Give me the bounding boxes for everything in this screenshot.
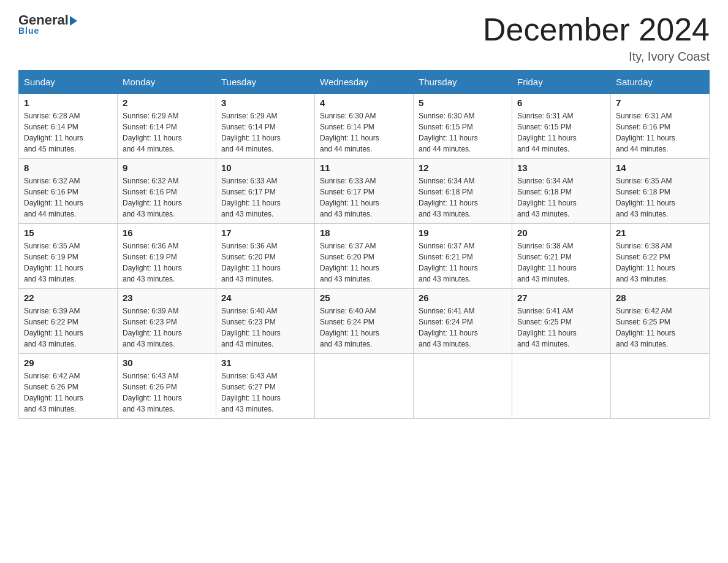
day-info: Sunrise: 6:30 AMSunset: 6:15 PMDaylight:… [419,110,507,155]
calendar-cell: 22Sunrise: 6:39 AMSunset: 6:22 PMDayligh… [19,289,118,354]
day-number: 15 [24,228,112,238]
page-header: General Blue December 2024 Ity, Ivory Co… [18,12,710,64]
calendar-cell: 29Sunrise: 6:42 AMSunset: 6:26 PMDayligh… [19,354,118,419]
day-info: Sunrise: 6:39 AMSunset: 6:23 PMDaylight:… [123,305,211,350]
day-info: Sunrise: 6:37 AMSunset: 6:21 PMDaylight:… [419,240,507,285]
day-info: Sunrise: 6:33 AMSunset: 6:17 PMDaylight:… [320,175,408,220]
day-number: 30 [123,358,211,368]
day-info: Sunrise: 6:31 AMSunset: 6:16 PMDaylight:… [616,110,704,155]
calendar-cell: 20Sunrise: 6:38 AMSunset: 6:21 PMDayligh… [512,224,611,289]
day-number: 16 [123,228,211,238]
day-info: Sunrise: 6:28 AMSunset: 6:14 PMDaylight:… [24,110,112,155]
day-info: Sunrise: 6:38 AMSunset: 6:21 PMDaylight:… [517,240,605,285]
calendar-cell: 4Sunrise: 6:30 AMSunset: 6:14 PMDaylight… [315,94,414,159]
month-title: December 2024 [483,12,710,47]
day-number: 28 [616,293,704,303]
calendar-cell: 26Sunrise: 6:41 AMSunset: 6:24 PMDayligh… [414,289,512,354]
day-number: 29 [24,358,112,368]
calendar-cell: 25Sunrise: 6:40 AMSunset: 6:24 PMDayligh… [315,289,414,354]
location: Ity, Ivory Coast [483,50,710,64]
day-info: Sunrise: 6:36 AMSunset: 6:20 PMDaylight:… [221,240,309,285]
day-number: 10 [221,163,309,173]
day-info: Sunrise: 6:43 AMSunset: 6:27 PMDaylight:… [221,370,309,415]
day-number: 9 [123,163,211,173]
day-number: 27 [517,293,605,303]
day-info: Sunrise: 6:32 AMSunset: 6:16 PMDaylight:… [123,175,211,220]
day-info: Sunrise: 6:35 AMSunset: 6:19 PMDaylight:… [24,240,112,285]
day-info: Sunrise: 6:42 AMSunset: 6:26 PMDaylight:… [24,370,112,415]
calendar-cell: 6Sunrise: 6:31 AMSunset: 6:15 PMDaylight… [512,94,611,159]
day-info: Sunrise: 6:37 AMSunset: 6:20 PMDaylight:… [320,240,408,285]
calendar-cell: 10Sunrise: 6:33 AMSunset: 6:17 PMDayligh… [216,159,315,224]
logo: General Blue [18,12,77,36]
calendar-cell: 3Sunrise: 6:29 AMSunset: 6:14 PMDaylight… [216,94,315,159]
day-number: 7 [616,98,704,108]
day-info: Sunrise: 6:42 AMSunset: 6:25 PMDaylight:… [616,305,704,350]
calendar-week-row: 1Sunrise: 6:28 AMSunset: 6:14 PMDaylight… [19,94,710,159]
day-info: Sunrise: 6:35 AMSunset: 6:18 PMDaylight:… [616,175,704,220]
day-info: Sunrise: 6:41 AMSunset: 6:24 PMDaylight:… [419,305,507,350]
calendar-cell: 15Sunrise: 6:35 AMSunset: 6:19 PMDayligh… [19,224,118,289]
calendar-cell [611,354,710,419]
calendar-week-row: 8Sunrise: 6:32 AMSunset: 6:16 PMDaylight… [19,159,710,224]
logo-blue-text: Blue [18,26,39,36]
calendar-header-sunday: Sunday [19,71,118,94]
day-info: Sunrise: 6:36 AMSunset: 6:19 PMDaylight:… [123,240,211,285]
day-number: 19 [419,228,507,238]
day-number: 25 [320,293,408,303]
day-info: Sunrise: 6:31 AMSunset: 6:15 PMDaylight:… [517,110,605,155]
calendar-cell: 18Sunrise: 6:37 AMSunset: 6:20 PMDayligh… [315,224,414,289]
calendar-cell: 9Sunrise: 6:32 AMSunset: 6:16 PMDaylight… [118,159,216,224]
calendar-cell: 2Sunrise: 6:29 AMSunset: 6:14 PMDaylight… [118,94,216,159]
calendar-cell: 28Sunrise: 6:42 AMSunset: 6:25 PMDayligh… [611,289,710,354]
day-info: Sunrise: 6:32 AMSunset: 6:16 PMDaylight:… [24,175,112,220]
day-info: Sunrise: 6:30 AMSunset: 6:14 PMDaylight:… [320,110,408,155]
calendar-cell: 24Sunrise: 6:40 AMSunset: 6:23 PMDayligh… [216,289,315,354]
day-info: Sunrise: 6:29 AMSunset: 6:14 PMDaylight:… [221,110,309,155]
calendar-cell: 5Sunrise: 6:30 AMSunset: 6:15 PMDaylight… [414,94,512,159]
calendar-header-friday: Friday [512,71,611,94]
calendar-cell: 12Sunrise: 6:34 AMSunset: 6:18 PMDayligh… [414,159,512,224]
day-info: Sunrise: 6:43 AMSunset: 6:26 PMDaylight:… [123,370,211,415]
calendar-cell: 17Sunrise: 6:36 AMSunset: 6:20 PMDayligh… [216,224,315,289]
day-number: 24 [221,293,309,303]
calendar-week-row: 29Sunrise: 6:42 AMSunset: 6:26 PMDayligh… [19,354,710,419]
calendar-cell: 13Sunrise: 6:34 AMSunset: 6:18 PMDayligh… [512,159,611,224]
calendar-table: SundayMondayTuesdayWednesdayThursdayFrid… [18,70,710,419]
day-number: 8 [24,163,112,173]
day-number: 5 [419,98,507,108]
calendar-week-row: 15Sunrise: 6:35 AMSunset: 6:19 PMDayligh… [19,224,710,289]
day-number: 21 [616,228,704,238]
day-number: 13 [517,163,605,173]
day-number: 14 [616,163,704,173]
calendar-cell: 23Sunrise: 6:39 AMSunset: 6:23 PMDayligh… [118,289,216,354]
day-info: Sunrise: 6:38 AMSunset: 6:22 PMDaylight:… [616,240,704,285]
day-info: Sunrise: 6:40 AMSunset: 6:23 PMDaylight:… [221,305,309,350]
day-info: Sunrise: 6:34 AMSunset: 6:18 PMDaylight:… [517,175,605,220]
day-number: 23 [123,293,211,303]
calendar-cell: 27Sunrise: 6:41 AMSunset: 6:25 PMDayligh… [512,289,611,354]
day-number: 4 [320,98,408,108]
day-number: 3 [221,98,309,108]
day-number: 26 [419,293,507,303]
calendar-cell: 1Sunrise: 6:28 AMSunset: 6:14 PMDaylight… [19,94,118,159]
day-number: 31 [221,358,309,368]
calendar-header-thursday: Thursday [414,71,512,94]
calendar-cell: 14Sunrise: 6:35 AMSunset: 6:18 PMDayligh… [611,159,710,224]
day-info: Sunrise: 6:39 AMSunset: 6:22 PMDaylight:… [24,305,112,350]
calendar-cell: 16Sunrise: 6:36 AMSunset: 6:19 PMDayligh… [118,224,216,289]
calendar-cell: 8Sunrise: 6:32 AMSunset: 6:16 PMDaylight… [19,159,118,224]
calendar-cell: 7Sunrise: 6:31 AMSunset: 6:16 PMDaylight… [611,94,710,159]
day-number: 6 [517,98,605,108]
day-info: Sunrise: 6:41 AMSunset: 6:25 PMDaylight:… [517,305,605,350]
calendar-header-monday: Monday [118,71,216,94]
calendar-header-row: SundayMondayTuesdayWednesdayThursdayFrid… [19,71,710,94]
calendar-header-saturday: Saturday [611,71,710,94]
day-number: 12 [419,163,507,173]
day-number: 2 [123,98,211,108]
calendar-cell: 21Sunrise: 6:38 AMSunset: 6:22 PMDayligh… [611,224,710,289]
day-info: Sunrise: 6:29 AMSunset: 6:14 PMDaylight:… [123,110,211,155]
day-info: Sunrise: 6:40 AMSunset: 6:24 PMDaylight:… [320,305,408,350]
calendar-cell [512,354,611,419]
day-number: 1 [24,98,112,108]
